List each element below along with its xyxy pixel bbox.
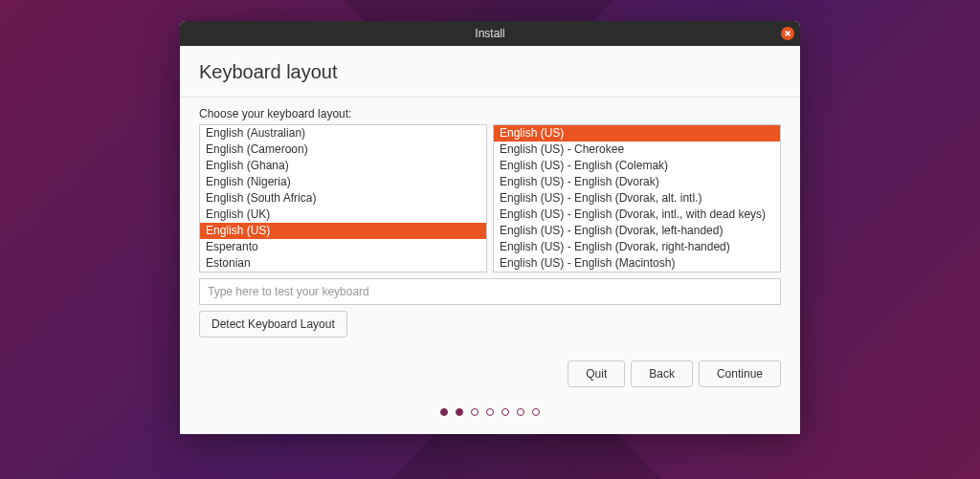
list-item[interactable]: English (US) - English (Dvorak, right-ha… xyxy=(494,239,780,255)
list-item[interactable]: Esperanto xyxy=(200,239,486,255)
list-item[interactable]: English (Nigeria) xyxy=(200,174,486,190)
list-item[interactable]: English (US) - English (Colemak) xyxy=(494,158,780,174)
language-listbox[interactable]: English (Australian)English (Cameroon)En… xyxy=(199,124,487,272)
list-item[interactable]: English (US) - English (Dvorak, left-han… xyxy=(494,223,780,239)
progress-dot xyxy=(471,408,479,416)
list-item[interactable]: English (US) - English (Dvorak, intl., w… xyxy=(494,207,780,223)
detect-layout-button[interactable]: Detect Keyboard Layout xyxy=(199,311,347,337)
test-keyboard-input[interactable] xyxy=(199,278,781,305)
variant-listbox[interactable]: English (US)English (US) - CherokeeEngli… xyxy=(493,124,781,272)
list-item[interactable]: English (South Africa) xyxy=(200,190,486,207)
list-item[interactable]: Estonian xyxy=(200,255,486,272)
list-item[interactable]: English (US) xyxy=(494,125,780,142)
list-item[interactable]: English (Ghana) xyxy=(200,158,486,174)
page-title: Keyboard layout xyxy=(199,61,781,83)
progress-dot xyxy=(517,408,524,416)
window-title: Install xyxy=(475,27,504,40)
list-item[interactable]: English (UK) xyxy=(200,207,486,223)
progress-dot xyxy=(440,408,448,416)
list-item[interactable]: English (US) xyxy=(200,223,486,239)
titlebar: Install xyxy=(180,21,800,46)
list-item[interactable]: English (US) - English (Dvorak) xyxy=(494,174,780,190)
progress-dot xyxy=(486,408,494,416)
list-item[interactable]: Faroese xyxy=(200,272,486,272)
progress-dot xyxy=(501,408,509,416)
list-item[interactable]: English (Australian) xyxy=(200,125,486,142)
footer-buttons: Quit Back Continue xyxy=(199,360,781,387)
content-area: Keyboard layout Choose your keyboard lay… xyxy=(180,46,800,427)
progress-dots xyxy=(199,408,781,416)
progress-dot xyxy=(532,408,540,416)
close-icon xyxy=(784,30,791,37)
list-item[interactable]: English (US) - Cherokee xyxy=(494,142,780,158)
close-button[interactable] xyxy=(781,27,794,40)
list-item[interactable]: English (US) - English (Dvorak, alt. int… xyxy=(494,190,780,207)
list-item[interactable]: English (US) - English (Norman) xyxy=(494,272,780,272)
list-item[interactable]: English (Cameroon) xyxy=(200,142,486,158)
layout-lists: English (Australian)English (Cameroon)En… xyxy=(199,124,781,272)
list-item[interactable]: English (US) - English (Macintosh) xyxy=(494,255,780,272)
continue-button[interactable]: Continue xyxy=(699,360,781,387)
prompt-label: Choose your keyboard layout: xyxy=(199,107,781,120)
divider xyxy=(180,97,800,98)
back-button[interactable]: Back xyxy=(631,360,693,387)
quit-button[interactable]: Quit xyxy=(568,360,625,387)
installer-window: Install Keyboard layout Choose your keyb… xyxy=(180,21,800,434)
progress-dot xyxy=(456,408,463,416)
